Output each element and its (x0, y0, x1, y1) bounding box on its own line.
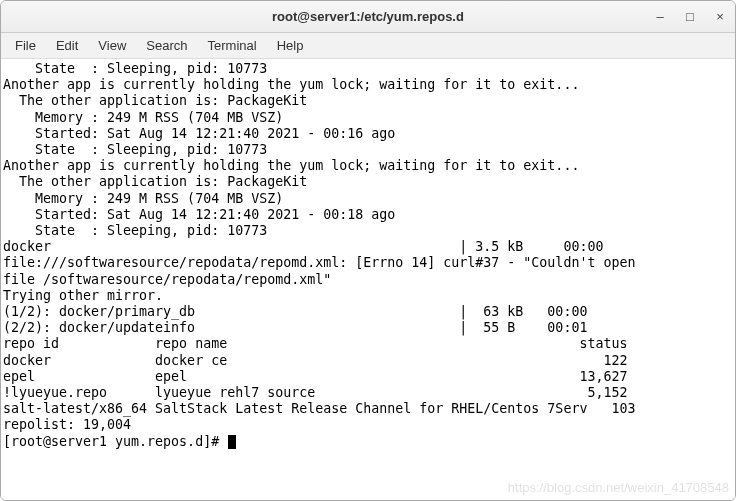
terminal-prompt: [root@server1 yum.repos.d]# (3, 434, 227, 449)
terminal-output[interactable]: State : Sleeping, pid: 10773Another app … (1, 59, 735, 501)
menu-help[interactable]: Help (269, 36, 312, 55)
menu-file[interactable]: File (7, 36, 44, 55)
terminal-line: State : Sleeping, pid: 10773 (3, 142, 733, 158)
terminal-line: State : Sleeping, pid: 10773 (3, 61, 733, 77)
terminal-line: docker docker ce 122 (3, 353, 733, 369)
terminal-line: (2/2): docker/updateinfo | 55 B 00:01 (3, 320, 733, 336)
terminal-line: (1/2): docker/primary_db | 63 kB 00:00 (3, 304, 733, 320)
terminal-line: Memory : 249 M RSS (704 MB VSZ) (3, 110, 733, 126)
watermark-text: https://blog.csdn.net/weixin_41708548 (508, 480, 729, 496)
menubar: File Edit View Search Terminal Help (1, 33, 735, 59)
terminal-line: salt-latest/x86_64 SaltStack Latest Rele… (3, 401, 733, 417)
menu-edit[interactable]: Edit (48, 36, 86, 55)
terminal-line: Trying other mirror. (3, 288, 733, 304)
menu-terminal[interactable]: Terminal (200, 36, 265, 55)
terminal-line: Another app is currently holding the yum… (3, 158, 733, 174)
close-button[interactable]: × (711, 8, 729, 26)
window-titlebar: root@server1:/etc/yum.repos.d – □ × (1, 1, 735, 33)
window-title: root@server1:/etc/yum.repos.d (1, 9, 735, 24)
terminal-line: epel epel 13,627 (3, 369, 733, 385)
terminal-cursor (228, 435, 236, 449)
terminal-line: docker | 3.5 kB 00:00 (3, 239, 733, 255)
terminal-line: repo id repo name status (3, 336, 733, 352)
menu-search[interactable]: Search (138, 36, 195, 55)
terminal-line: The other application is: PackageKit (3, 93, 733, 109)
maximize-button[interactable]: □ (681, 8, 699, 26)
terminal-line: Started: Sat Aug 14 12:21:40 2021 - 00:1… (3, 207, 733, 223)
terminal-prompt-line[interactable]: [root@server1 yum.repos.d]# (3, 434, 733, 450)
terminal-line: file:///softwaresource/repodata/repomd.x… (3, 255, 733, 271)
terminal-line: Started: Sat Aug 14 12:21:40 2021 - 00:1… (3, 126, 733, 142)
terminal-line: Memory : 249 M RSS (704 MB VSZ) (3, 191, 733, 207)
close-icon: × (716, 9, 724, 24)
terminal-line: The other application is: PackageKit (3, 174, 733, 190)
terminal-line: repolist: 19,004 (3, 417, 733, 433)
terminal-line: State : Sleeping, pid: 10773 (3, 223, 733, 239)
maximize-icon: □ (686, 9, 694, 24)
window-controls: – □ × (651, 8, 729, 26)
menu-view[interactable]: View (90, 36, 134, 55)
minimize-icon: – (656, 9, 663, 24)
minimize-button[interactable]: – (651, 8, 669, 26)
terminal-line: Another app is currently holding the yum… (3, 77, 733, 93)
terminal-line: file /softwaresource/repodata/repomd.xml… (3, 272, 733, 288)
terminal-line: !lyueyue.repo lyueyue rehl7 source 5,152 (3, 385, 733, 401)
